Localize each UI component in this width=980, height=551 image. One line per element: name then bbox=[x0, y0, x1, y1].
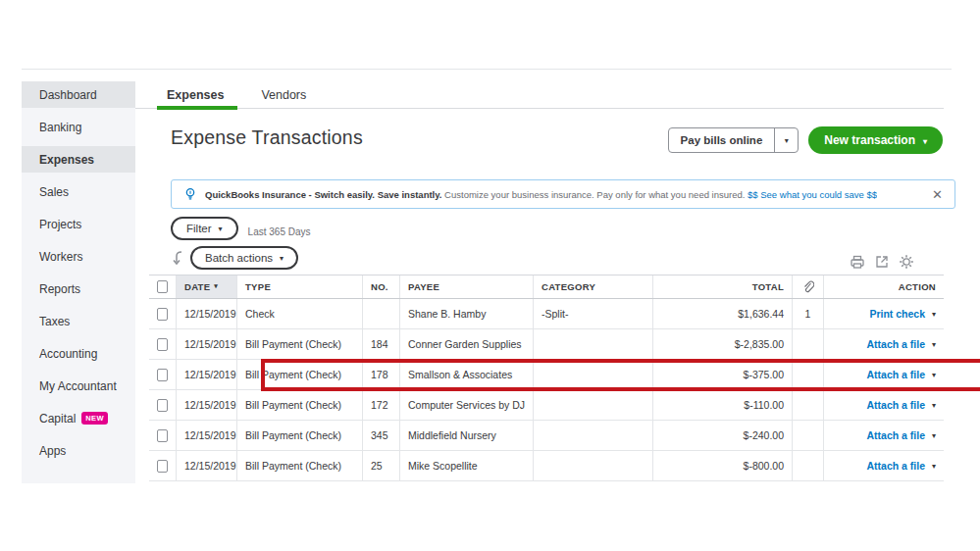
payee-cell: Mike Scopellite bbox=[400, 451, 534, 480]
column-header-total[interactable]: TOTAL bbox=[653, 276, 793, 298]
sidebar: Dashboard Banking Expenses Sales Project… bbox=[22, 81, 135, 483]
settings-gear-icon[interactable] bbox=[899, 254, 914, 270]
type-cell: Check bbox=[237, 299, 363, 328]
lightbulb-icon bbox=[183, 187, 197, 201]
sidebar-item-dashboard[interactable]: Dashboard bbox=[22, 81, 135, 108]
close-icon[interactable]: ✕ bbox=[930, 187, 945, 202]
table-row-highlighted[interactable]: 12/15/2019 Bill Payment (Check) 178 Smal… bbox=[149, 360, 944, 390]
column-header-attachments bbox=[793, 276, 824, 298]
checkbox-cell bbox=[149, 421, 177, 450]
table-row[interactable]: 12/15/2019 Bill Payment (Check) 345 Midd… bbox=[149, 421, 944, 451]
column-header-no[interactable]: NO. bbox=[363, 276, 400, 298]
caret-down-icon: ▾ bbox=[923, 137, 927, 146]
attachments-cell bbox=[793, 329, 824, 359]
paperclip-icon bbox=[802, 280, 814, 294]
action-cell: Attach a file ▾ bbox=[824, 421, 944, 450]
print-icon[interactable] bbox=[850, 254, 865, 270]
batch-actions-row: Batch actions ▾ bbox=[171, 246, 298, 270]
sidebar-item-capital[interactable]: Capital NEW bbox=[22, 405, 135, 431]
table-row[interactable]: 12/15/2019 Bill Payment (Check) 25 Mike … bbox=[149, 451, 944, 481]
attach-a-file-link[interactable]: Attach a file bbox=[866, 369, 925, 380]
no-cell: 178 bbox=[363, 360, 400, 389]
payee-cell: Computer Services by DJ bbox=[400, 390, 534, 420]
attach-a-file-link[interactable]: Attach a file bbox=[866, 338, 925, 350]
batch-actions-button[interactable]: Batch actions ▾ bbox=[190, 246, 298, 270]
select-all-checkbox-cell bbox=[149, 276, 177, 298]
sidebar-item-label: Projects bbox=[39, 218, 81, 231]
sidebar-item-apps[interactable]: Apps bbox=[22, 437, 135, 464]
row-checkbox[interactable] bbox=[157, 460, 168, 473]
sidebar-item-sales[interactable]: Sales bbox=[22, 178, 135, 205]
pay-bills-online-split-button: Pay bills online ▾ bbox=[668, 127, 799, 153]
sidebar-item-label: Sales bbox=[39, 185, 69, 199]
column-header-payee[interactable]: PAYEE bbox=[400, 276, 534, 298]
attach-a-file-link[interactable]: Attach a file bbox=[866, 429, 925, 441]
no-cell: 184 bbox=[363, 329, 400, 359]
table-row[interactable]: 12/15/2019 Check Shane B. Hamby -Split- … bbox=[149, 299, 944, 329]
action-caret-down-icon[interactable]: ▾ bbox=[932, 431, 936, 440]
sidebar-item-label: Accounting bbox=[39, 347, 97, 361]
table-row[interactable]: 12/15/2019 Bill Payment (Check) 172 Comp… bbox=[149, 390, 944, 421]
total-cell: $-375.00 bbox=[653, 360, 793, 389]
type-cell: Bill Payment (Check) bbox=[237, 390, 363, 420]
checkbox-cell bbox=[149, 329, 177, 359]
column-header-type[interactable]: TYPE bbox=[237, 276, 363, 298]
column-header-date[interactable]: DATE▾ bbox=[177, 276, 237, 298]
caret-down-icon: ▾ bbox=[785, 136, 789, 145]
action-caret-down-icon[interactable]: ▾ bbox=[932, 340, 936, 349]
column-header-category[interactable]: CATEGORY bbox=[534, 276, 653, 298]
print-check-link[interactable]: Print check bbox=[869, 308, 925, 320]
total-cell: $-800.00 bbox=[653, 451, 793, 480]
insurance-banner: QuickBooks Insurance - Switch easily. Sa… bbox=[171, 179, 955, 209]
screenshot-stage: Dashboard Banking Expenses Sales Project… bbox=[0, 0, 980, 551]
sidebar-item-accounting[interactable]: Accounting bbox=[22, 340, 135, 367]
tab-expenses[interactable]: Expenses bbox=[167, 88, 224, 110]
date-cell: 12/15/2019 bbox=[177, 299, 237, 328]
select-all-checkbox[interactable] bbox=[157, 280, 168, 293]
sidebar-item-banking[interactable]: Banking bbox=[22, 114, 135, 140]
sidebar-item-my-accountant[interactable]: My Accountant bbox=[22, 373, 135, 399]
tab-vendors[interactable]: Vendors bbox=[261, 88, 306, 110]
table-row[interactable]: 12/15/2019 Bill Payment (Check) 184 Conn… bbox=[149, 329, 944, 360]
row-checkbox[interactable] bbox=[157, 429, 168, 442]
action-cell: Print check ▾ bbox=[824, 299, 944, 328]
table-toolbar-icons bbox=[850, 254, 914, 270]
select-all-arrow-icon bbox=[171, 250, 184, 266]
sidebar-item-projects[interactable]: Projects bbox=[22, 211, 135, 237]
sidebar-item-label: Workers bbox=[39, 250, 82, 264]
sidebar-item-expenses[interactable]: Expenses bbox=[22, 146, 135, 173]
action-cell: Attach a file ▾ bbox=[824, 360, 944, 389]
total-cell: $1,636.44 bbox=[653, 299, 793, 328]
main-content: Expenses Vendors Expense Transactions Pa… bbox=[135, 70, 952, 482]
banner-link[interactable]: $$ See what you could save $$ bbox=[748, 189, 877, 200]
sidebar-item-reports[interactable]: Reports bbox=[22, 276, 135, 302]
total-cell: $-240.00 bbox=[653, 421, 793, 450]
sidebar-item-label: My Accountant bbox=[39, 379, 117, 393]
batch-actions-label: Batch actions bbox=[205, 252, 273, 264]
no-cell: 25 bbox=[363, 451, 400, 480]
row-checkbox[interactable] bbox=[157, 308, 168, 321]
sidebar-item-taxes[interactable]: Taxes bbox=[22, 308, 135, 334]
export-icon[interactable] bbox=[874, 254, 890, 270]
sidebar-item-label: Taxes bbox=[39, 315, 70, 328]
row-checkbox[interactable] bbox=[157, 338, 168, 351]
action-caret-down-icon[interactable]: ▾ bbox=[932, 310, 936, 319]
attach-a-file-link[interactable]: Attach a file bbox=[866, 460, 925, 472]
attach-a-file-link[interactable]: Attach a file bbox=[866, 399, 925, 411]
action-caret-down-icon[interactable]: ▾ bbox=[932, 462, 936, 471]
sidebar-item-label: Dashboard bbox=[39, 88, 97, 102]
filter-button[interactable]: Filter ▾ bbox=[171, 217, 238, 240]
expense-transactions-table: DATE▾ TYPE NO. PAYEE CATEGORY TOTAL ACTI… bbox=[149, 275, 944, 481]
action-caret-down-icon[interactable]: ▾ bbox=[932, 401, 936, 410]
pay-bills-online-button[interactable]: Pay bills online bbox=[669, 128, 775, 152]
pay-bills-dropdown-arrow[interactable]: ▾ bbox=[774, 128, 798, 152]
date-cell: 12/15/2019 bbox=[177, 421, 237, 450]
action-caret-down-icon[interactable]: ▾ bbox=[932, 371, 936, 379]
row-checkbox[interactable] bbox=[157, 399, 168, 412]
new-transaction-button[interactable]: New transaction ▾ bbox=[808, 126, 943, 154]
sidebar-item-label: Apps bbox=[39, 444, 66, 458]
row-checkbox[interactable] bbox=[157, 369, 168, 381]
attachments-cell bbox=[793, 390, 824, 420]
sidebar-item-workers[interactable]: Workers bbox=[22, 243, 135, 270]
filter-label: Filter bbox=[186, 223, 212, 234]
